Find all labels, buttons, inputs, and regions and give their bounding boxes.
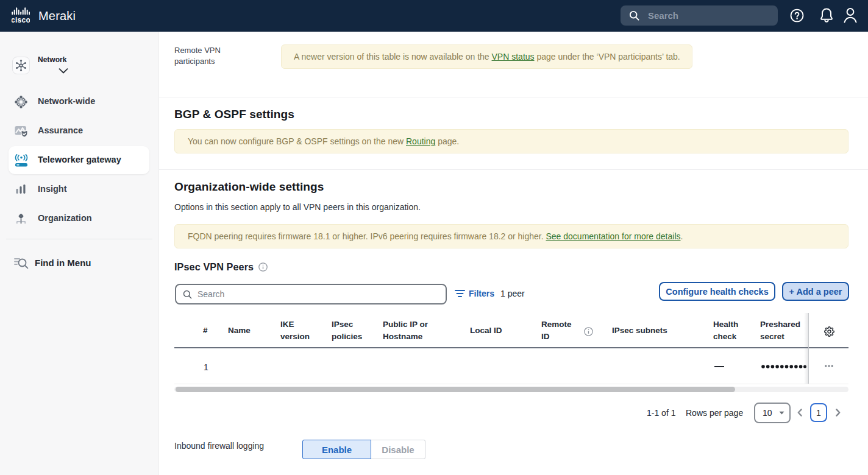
svg-text:cisco: cisco xyxy=(12,16,30,24)
